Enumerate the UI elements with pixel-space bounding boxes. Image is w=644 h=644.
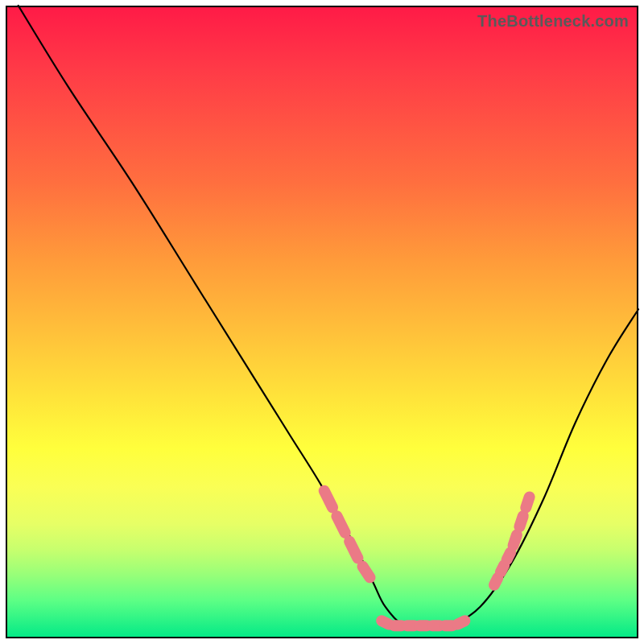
gradient-background — [6, 6, 638, 638]
bottleneck-chart: TheBottleneck.com — [6, 6, 638, 638]
